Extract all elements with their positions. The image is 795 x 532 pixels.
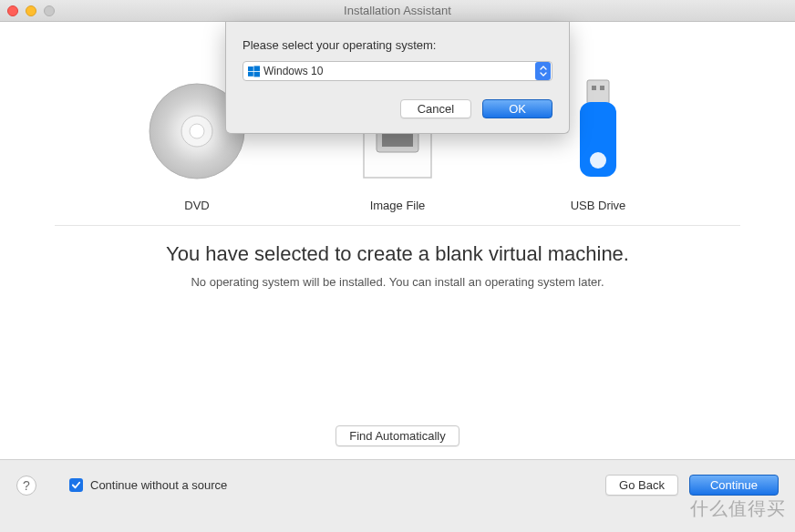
footer: ? Continue without a source Go Back Cont… [0,459,795,510]
main-message: You have selected to create a blank virt… [36,242,759,266]
windows-icon [247,65,260,77]
os-select-sheet: Please select your operating system: Win… [225,22,570,134]
chevron-up-down-icon [535,62,551,80]
dvd-label: DVD [184,199,209,212]
continue-without-source-label: Continue without a source [90,478,227,492]
minimize-window-button[interactable] [26,5,36,16]
footer-buttons: Go Back Continue [605,475,779,496]
message-area: You have selected to create a blank virt… [0,226,795,289]
help-icon[interactable]: ? [16,476,36,496]
find-automatically-button[interactable]: Find Automatically [336,425,459,446]
svg-point-9 [590,152,606,169]
titlebar: Installation Assistant [0,0,795,22]
usb-drive-label: USB Drive [571,199,626,212]
svg-rect-6 [592,86,596,90]
continue-without-source-checkbox[interactable]: Continue without a source [69,478,227,492]
go-back-button[interactable]: Go Back [605,475,678,496]
maximize-window-button [44,5,55,16]
sheet-buttons: Cancel OK [243,99,552,118]
continue-button[interactable]: Continue [689,475,779,496]
os-select-dropdown[interactable]: Windows 10 [243,61,552,81]
window-title: Installation Assistant [7,4,788,17]
svg-rect-11 [253,66,260,71]
sub-message: No operating system will be installed. Y… [36,275,759,289]
svg-rect-13 [253,71,260,77]
os-select-value: Windows 10 [263,65,535,77]
checkbox-checked-icon [69,478,83,492]
svg-rect-10 [248,66,253,71]
svg-rect-7 [600,86,604,90]
ok-button[interactable]: OK [482,99,552,118]
svg-point-2 [190,124,204,138]
svg-rect-5 [587,80,609,104]
sheet-prompt: Please select your operating system: [243,38,552,52]
close-window-button[interactable] [7,5,18,16]
traffic-lights [7,5,55,16]
image-file-label: Image File [370,199,426,212]
svg-rect-12 [248,71,253,76]
cancel-button[interactable]: Cancel [400,99,471,118]
